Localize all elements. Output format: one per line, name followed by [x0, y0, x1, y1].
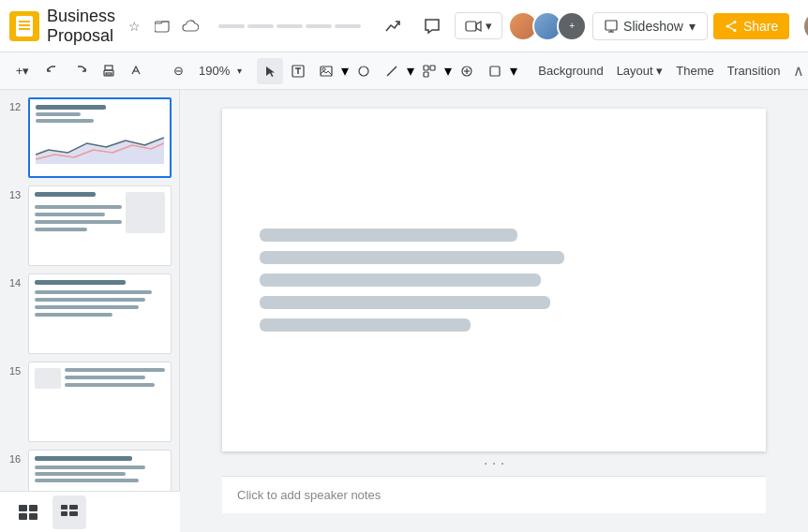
svg-point-20: [322, 67, 325, 70]
transition-button[interactable]: Transition: [722, 60, 786, 81]
svg-rect-33: [29, 513, 37, 520]
svg-rect-36: [61, 511, 67, 516]
collab-bar: ▾ + Slideshow ▾ Share: [376, 9, 808, 43]
slide-item-13[interactable]: 13: [7, 185, 172, 266]
svg-rect-19: [321, 66, 332, 76]
notes-area[interactable]: Click to add speaker notes: [222, 476, 766, 513]
slide-thumbnail-13[interactable]: [28, 185, 172, 266]
toolbar-add-group: +▾: [9, 58, 36, 84]
svg-line-10: [727, 26, 735, 31]
zoom-button[interactable]: ⊖: [165, 58, 191, 84]
star-icon[interactable]: ☆: [123, 15, 145, 37]
canvas-line-4: [260, 296, 550, 309]
slide-thumbnail-14[interactable]: [28, 273, 172, 354]
slide-number-16: 16: [7, 450, 22, 465]
zoom-level[interactable]: 190%: [193, 60, 235, 81]
notes-dots: · · ·: [222, 451, 766, 476]
slideshow-button[interactable]: Slideshow ▾: [592, 12, 708, 40]
notes-placeholder: Click to add speaker notes: [237, 488, 381, 502]
slideshow-chevron: ▾: [689, 19, 696, 34]
svg-line-9: [727, 22, 735, 26]
slide-thumbnail-15[interactable]: [28, 362, 172, 442]
comments-button[interactable]: [415, 9, 449, 43]
share-button[interactable]: Share: [713, 13, 789, 39]
shape-tool-button[interactable]: [351, 58, 377, 84]
svg-marker-15: [266, 66, 275, 77]
canvas-content: [260, 229, 728, 332]
slide-view-toolbar: [0, 491, 180, 532]
canvas-line-2: [260, 251, 564, 264]
meet-button[interactable]: ▾: [455, 12, 502, 39]
svg-rect-35: [69, 505, 78, 510]
shortcut-dot: [218, 24, 245, 28]
svg-rect-34: [61, 505, 67, 510]
slide-item-15[interactable]: 15: [7, 362, 172, 442]
menu-shortcuts: [218, 24, 361, 28]
toolbar-tools-group: ▾ ▾ ▾ ▾: [257, 58, 517, 84]
folder-icon[interactable]: [151, 15, 173, 37]
zoom-down-icon[interactable]: ▾: [237, 66, 242, 76]
title-icons: ☆: [123, 15, 202, 37]
meet-label: ▾: [486, 19, 492, 33]
layout-chevron-icon: ▾: [656, 64, 663, 78]
slide-item-14[interactable]: 14: [7, 273, 172, 354]
svg-rect-11: [105, 66, 112, 70]
toolbar-zoom-group: ⊖ 190% ▾: [165, 58, 242, 84]
svg-point-21: [359, 66, 368, 76]
main-content: 12: [0, 90, 808, 532]
crop-button[interactable]: [482, 58, 508, 84]
svg-line-22: [387, 66, 397, 76]
user-avatar[interactable]: [802, 10, 808, 42]
slide-item-12[interactable]: 12: [7, 97, 172, 178]
text-tool-button[interactable]: [285, 58, 311, 84]
paint-format-button[interactable]: [124, 58, 150, 84]
image-tool-button[interactable]: [313, 58, 339, 84]
toolbar-collapse-button[interactable]: ∧: [793, 58, 804, 84]
svg-rect-24: [430, 66, 435, 70]
slide-canvas[interactable]: [222, 109, 766, 451]
svg-marker-2: [476, 22, 481, 31]
undo-button[interactable]: [39, 58, 66, 84]
svg-rect-37: [69, 511, 78, 516]
more-tools-button[interactable]: [416, 58, 442, 84]
trend-button[interactable]: [376, 9, 410, 43]
layout-button[interactable]: Layout ▾: [611, 60, 669, 81]
svg-rect-3: [606, 21, 617, 30]
canvas-line-1: [260, 229, 517, 242]
list-view-button[interactable]: [11, 495, 45, 529]
insert-button[interactable]: [454, 58, 480, 84]
svg-rect-23: [424, 66, 428, 70]
canvas-line-5: [260, 318, 471, 332]
avatar: +: [557, 11, 587, 41]
toolbar-slide-options: Background Layout ▾ Theme Transition: [532, 60, 786, 81]
canvas-line-3: [260, 273, 541, 287]
shortcut-dot: [247, 24, 274, 28]
shortcut-dot: [277, 24, 303, 28]
select-tool-button[interactable]: [257, 58, 283, 84]
print-button[interactable]: [96, 58, 122, 84]
redo-button[interactable]: [67, 58, 94, 84]
main-toolbar: +▾ ⊖ 190% ▾ ▾: [0, 52, 808, 90]
slide-number-15: 15: [7, 362, 22, 377]
slideshow-label: Slideshow: [623, 19, 683, 34]
svg-rect-31: [29, 505, 37, 511]
share-label: Share: [743, 19, 778, 34]
cloud-icon[interactable]: [179, 15, 202, 37]
shortcut-dot: [306, 24, 332, 28]
collaborator-avatars: +: [508, 11, 587, 41]
document-title[interactable]: Business Proposal: [47, 7, 115, 46]
toolbar-history-group: [39, 58, 150, 84]
add-button[interactable]: +▾: [9, 58, 36, 84]
slide-thumbnail-12[interactable]: [28, 97, 172, 178]
background-button[interactable]: Background: [532, 60, 608, 81]
svg-rect-25: [424, 72, 428, 77]
line-tool-button[interactable]: [379, 58, 405, 84]
svg-rect-29: [490, 66, 500, 76]
title-bar: Business Proposal ☆ ▾ +: [0, 0, 808, 52]
svg-rect-1: [466, 22, 476, 31]
grid-view-button[interactable]: [52, 495, 86, 529]
theme-button[interactable]: Theme: [670, 60, 719, 81]
svg-rect-30: [19, 505, 27, 511]
slide-panel: 12: [0, 90, 180, 532]
canvas-area: · · · Click to add speaker notes: [180, 90, 808, 532]
